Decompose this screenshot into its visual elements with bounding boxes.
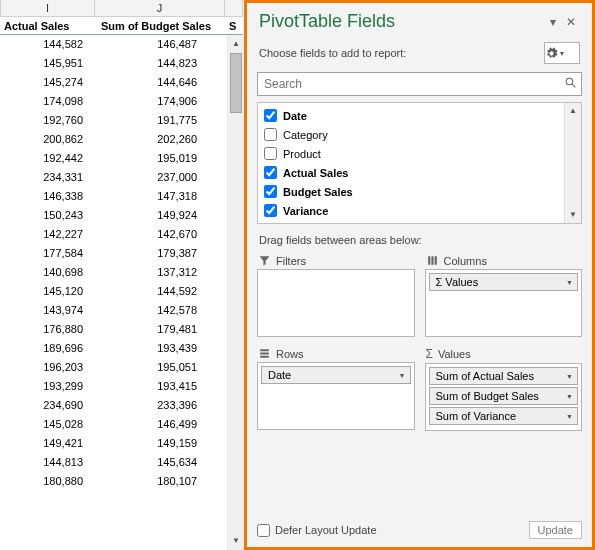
cell-budget[interactable]: 233,396 (95, 396, 225, 415)
cell-actual[interactable]: 196,203 (0, 358, 95, 377)
cell-actual[interactable]: 234,690 (0, 396, 95, 415)
table-row[interactable]: 234,331237,000 (0, 168, 227, 187)
cell-actual[interactable]: 176,880 (0, 320, 95, 339)
cell-budget[interactable]: 144,592 (95, 282, 225, 301)
field-item[interactable]: Category (258, 125, 581, 144)
cell-actual[interactable]: 144,582 (0, 35, 95, 54)
panel-menu-button[interactable]: ▾ (544, 13, 562, 31)
search-input[interactable] (258, 77, 559, 91)
cell-budget[interactable]: 142,578 (95, 301, 225, 320)
layout-gear-button[interactable]: ▾ (544, 42, 580, 64)
table-row[interactable]: 196,203195,051 (0, 358, 227, 377)
field-checkbox[interactable] (264, 185, 277, 198)
cell-actual[interactable]: 149,421 (0, 434, 95, 453)
table-row[interactable]: 150,243149,924 (0, 206, 227, 225)
table-row[interactable]: 200,862202,260 (0, 130, 227, 149)
cell-actual[interactable]: 189,696 (0, 339, 95, 358)
cell-actual[interactable]: 200,862 (0, 130, 95, 149)
area-field-pill[interactable]: Σ Values▼ (429, 273, 579, 291)
table-row[interactable]: 189,696193,439 (0, 339, 227, 358)
field-item[interactable]: Budget Sales (258, 182, 581, 201)
cell-budget[interactable]: 193,415 (95, 377, 225, 396)
table-row[interactable]: 142,227142,670 (0, 225, 227, 244)
cell-actual[interactable]: 192,760 (0, 111, 95, 130)
cell-budget[interactable]: 137,312 (95, 263, 225, 282)
update-button[interactable]: Update (529, 521, 582, 539)
cell-budget[interactable]: 202,260 (95, 130, 225, 149)
table-row[interactable]: 144,582146,487 (0, 35, 227, 54)
table-row[interactable]: 149,421149,159 (0, 434, 227, 453)
cell-budget[interactable]: 144,646 (95, 73, 225, 92)
table-row[interactable]: 144,813145,634 (0, 453, 227, 472)
field-item[interactable]: Date (258, 106, 581, 125)
area-field-pill[interactable]: Date▼ (261, 366, 411, 384)
cell-actual[interactable]: 180,880 (0, 472, 95, 491)
values-dropzone[interactable]: Sum of Actual Sales▼Sum of Budget Sales▼… (425, 363, 583, 431)
cell-actual[interactable]: 145,951 (0, 54, 95, 73)
column-letter-next[interactable] (225, 0, 243, 17)
table-row[interactable]: 145,951144,823 (0, 54, 227, 73)
cell-budget[interactable]: 142,670 (95, 225, 225, 244)
table-row[interactable]: 192,442195,019 (0, 149, 227, 168)
field-item[interactable]: Variance (258, 201, 581, 220)
cell-actual[interactable]: 150,243 (0, 206, 95, 225)
scroll-thumb[interactable] (230, 53, 242, 113)
field-checkbox[interactable] (264, 128, 277, 141)
scroll-down-icon[interactable]: ▼ (565, 207, 581, 223)
table-row[interactable]: 234,690233,396 (0, 396, 227, 415)
cell-actual[interactable]: 174,098 (0, 92, 95, 111)
table-row[interactable]: 140,698137,312 (0, 263, 227, 282)
panel-close-button[interactable]: ✕ (562, 13, 580, 31)
table-row[interactable]: 177,584179,387 (0, 244, 227, 263)
area-field-pill[interactable]: Sum of Actual Sales▼ (429, 367, 579, 385)
cell-actual[interactable]: 144,813 (0, 453, 95, 472)
defer-checkbox-label[interactable]: Defer Layout Update (257, 524, 523, 537)
table-row[interactable]: 174,098174,906 (0, 92, 227, 111)
table-row[interactable]: 192,760191,775 (0, 111, 227, 130)
cell-budget[interactable]: 147,318 (95, 187, 225, 206)
cell-budget[interactable]: 193,439 (95, 339, 225, 358)
table-row[interactable]: 145,120144,592 (0, 282, 227, 301)
scroll-up-icon[interactable]: ▲ (228, 35, 244, 53)
vertical-scrollbar[interactable]: ▲ ▼ (227, 35, 244, 550)
cell-budget[interactable]: 180,107 (95, 472, 225, 491)
fieldlist-scrollbar[interactable]: ▲ ▼ (564, 103, 581, 223)
cell-budget[interactable]: 149,159 (95, 434, 225, 453)
header-budget-sales[interactable]: Sum of Budget Sales (95, 17, 225, 35)
field-checkbox[interactable] (264, 166, 277, 179)
field-item[interactable]: Actual Sales (258, 163, 581, 182)
cell-actual[interactable]: 145,274 (0, 73, 95, 92)
cell-budget[interactable]: 145,634 (95, 453, 225, 472)
cell-budget[interactable]: 149,924 (95, 206, 225, 225)
field-checkbox[interactable] (264, 204, 277, 217)
scroll-down-icon[interactable]: ▼ (228, 532, 244, 550)
header-actual-sales[interactable]: Actual Sales (0, 17, 95, 35)
area-field-pill[interactable]: Sum of Variance▼ (429, 407, 579, 425)
cell-budget[interactable]: 191,775 (95, 111, 225, 130)
field-checkbox[interactable] (264, 147, 277, 160)
cell-budget[interactable]: 195,051 (95, 358, 225, 377)
cell-actual[interactable]: 146,338 (0, 187, 95, 206)
field-item[interactable]: Product (258, 144, 581, 163)
rows-dropzone[interactable]: Date▼ (257, 362, 415, 430)
scroll-up-icon[interactable]: ▲ (565, 103, 581, 119)
column-letter-j[interactable]: J (95, 0, 225, 17)
cell-actual[interactable]: 140,698 (0, 263, 95, 282)
cell-budget[interactable]: 179,387 (95, 244, 225, 263)
cell-actual[interactable]: 145,120 (0, 282, 95, 301)
cell-budget[interactable]: 237,000 (95, 168, 225, 187)
table-row[interactable]: 143,974142,578 (0, 301, 227, 320)
cell-budget[interactable]: 146,487 (95, 35, 225, 54)
area-field-pill[interactable]: Sum of Budget Sales▼ (429, 387, 579, 405)
cell-budget[interactable]: 195,019 (95, 149, 225, 168)
column-letter-i[interactable]: I (0, 0, 95, 17)
cell-budget[interactable]: 144,823 (95, 54, 225, 73)
table-row[interactable]: 180,880180,107 (0, 472, 227, 491)
defer-checkbox[interactable] (257, 524, 270, 537)
cell-budget[interactable]: 179,481 (95, 320, 225, 339)
table-row[interactable]: 193,299193,415 (0, 377, 227, 396)
cell-actual[interactable]: 192,442 (0, 149, 95, 168)
cell-actual[interactable]: 143,974 (0, 301, 95, 320)
table-row[interactable]: 145,274144,646 (0, 73, 227, 92)
cell-actual[interactable]: 193,299 (0, 377, 95, 396)
